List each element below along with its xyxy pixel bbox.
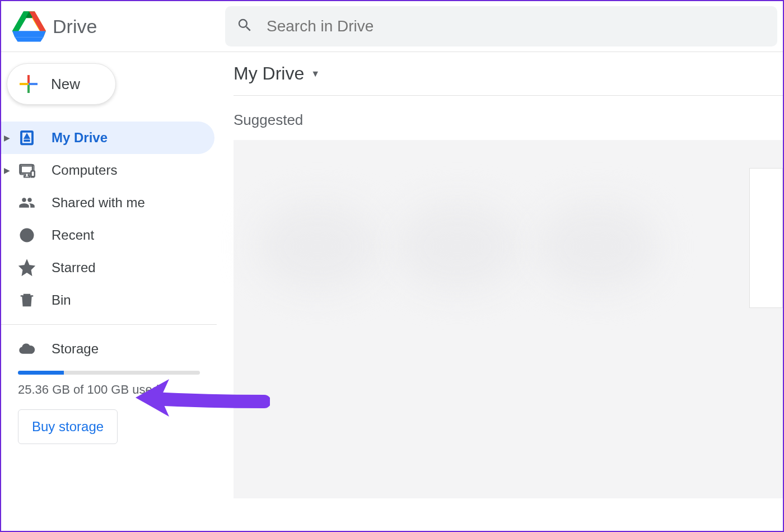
drive-icon	[18, 129, 36, 146]
svg-rect-3	[20, 83, 29, 85]
sidebar-item-shared[interactable]: Shared with me	[1, 186, 214, 219]
sidebar-item-label: Bin	[52, 292, 71, 308]
sidebar-divider	[1, 324, 217, 325]
storage-progress-fill	[18, 371, 64, 375]
expand-caret-icon[interactable]: ▶	[4, 133, 10, 142]
header: Drive	[1, 1, 783, 52]
sidebar-item-storage[interactable]: Storage	[1, 333, 214, 365]
logo-area[interactable]: Drive	[12, 11, 225, 42]
svg-rect-5	[31, 171, 35, 176]
buy-storage-button[interactable]: Buy storage	[18, 409, 118, 444]
sidebar-item-label: Computers	[52, 162, 117, 178]
sidebar-item-label: Storage	[52, 341, 99, 357]
bin-icon	[18, 292, 36, 309]
sidebar-item-my-drive[interactable]: ▶ My Drive	[1, 122, 214, 154]
blurred-card	[256, 202, 379, 291]
sidebar: New ▶ My Drive ▶ Computers	[1, 52, 217, 498]
product-name: Drive	[53, 16, 97, 38]
suggested-content-blurred	[234, 140, 783, 498]
document-preview-peek	[749, 168, 783, 308]
cloud-icon	[18, 340, 36, 357]
nav: ▶ My Drive ▶ Computers Shared with me	[1, 122, 217, 456]
storage-progress	[18, 371, 200, 375]
svg-rect-1	[27, 75, 30, 84]
search-input[interactable]	[267, 17, 766, 35]
sidebar-item-recent[interactable]: Recent	[1, 219, 214, 251]
chevron-down-icon: ▼	[311, 69, 320, 79]
blurred-card	[536, 202, 659, 291]
breadcrumb-title: My Drive	[234, 63, 304, 84]
main-content: My Drive ▼ Suggested	[217, 52, 783, 498]
sidebar-item-label: Starred	[52, 260, 96, 276]
shared-icon	[18, 194, 36, 211]
new-button-label: New	[51, 76, 80, 93]
plus-icon	[18, 74, 39, 94]
search-bar[interactable]	[225, 6, 777, 46]
recent-icon	[18, 227, 36, 244]
drive-logo-icon	[12, 11, 46, 42]
sidebar-item-bin[interactable]: Bin	[1, 284, 214, 316]
breadcrumb[interactable]: My Drive ▼	[234, 63, 783, 96]
sidebar-item-label: Shared with me	[52, 195, 145, 211]
suggested-heading: Suggested	[234, 111, 783, 129]
search-icon	[236, 17, 253, 36]
storage-used-text: 25.36 GB of 100 GB used	[18, 382, 200, 397]
star-icon	[18, 259, 36, 276]
expand-caret-icon[interactable]: ▶	[4, 166, 10, 175]
blurred-card	[396, 202, 519, 291]
new-button[interactable]: New	[7, 63, 116, 105]
sidebar-item-starred[interactable]: Starred	[1, 251, 214, 284]
sidebar-item-label: My Drive	[52, 130, 108, 146]
sidebar-item-computers[interactable]: ▶ Computers	[1, 154, 214, 186]
computers-icon	[18, 162, 36, 179]
sidebar-item-label: Recent	[52, 227, 94, 243]
